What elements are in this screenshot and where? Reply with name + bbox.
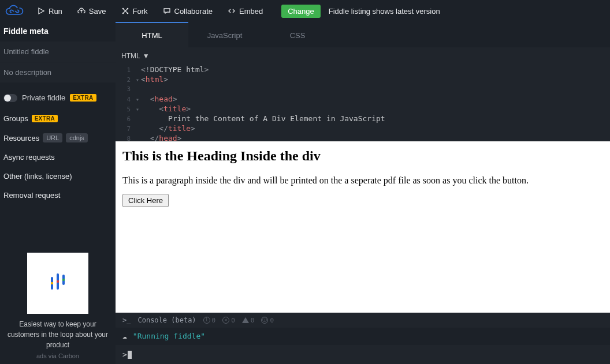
code-editor[interactable]: 1<!DOCTYPE html>2▾<html>34▾ <head>5▾ <ti… xyxy=(116,65,610,141)
change-button[interactable]: Change xyxy=(281,5,321,18)
collaborate-label: Collaborate xyxy=(174,7,213,16)
fold-arrow[interactable]: ▾ xyxy=(134,104,141,114)
embed-label: Embed xyxy=(239,7,263,16)
line-number: 3 xyxy=(120,84,134,94)
code-text: </head> xyxy=(141,133,181,141)
code-text: <html> xyxy=(141,74,168,84)
removal-label: Removal request xyxy=(3,191,60,200)
cloud-icon: ☁ xyxy=(122,332,127,340)
code-line[interactable]: 3 xyxy=(116,84,610,94)
line-number: 5 xyxy=(120,104,134,114)
code-icon xyxy=(228,7,236,15)
extra-badge: EXTRA xyxy=(70,94,96,102)
line-number: 1 xyxy=(120,65,134,75)
cloud-up-icon xyxy=(77,7,85,15)
debug-count: ⓘ0 xyxy=(261,317,274,324)
tabs-bar: HTML JavaScript CSS xyxy=(116,22,610,47)
code-line[interactable]: 8 </head> xyxy=(116,133,610,141)
preview-heading: This is the Heading Inside the div xyxy=(122,148,603,164)
save-button[interactable]: Save xyxy=(72,5,112,18)
svg-point-2 xyxy=(122,13,124,14)
cursor xyxy=(128,351,132,359)
svg-point-7 xyxy=(51,282,53,284)
error-count: ✕0 xyxy=(222,317,235,324)
svg-point-3 xyxy=(127,13,128,14)
groups-row[interactable]: Groups EXTRA xyxy=(0,109,116,128)
code-line[interactable]: 5▾ <title> xyxy=(116,104,610,114)
tab-html[interactable]: HTML xyxy=(116,22,188,47)
svg-point-9 xyxy=(62,279,65,281)
line-number: 8 xyxy=(120,134,134,141)
chevron-down-icon: ▼ xyxy=(143,52,150,60)
warn-count: 0 xyxy=(242,317,255,324)
other-row[interactable]: Other (links, license) xyxy=(0,167,116,186)
line-number: 2 xyxy=(120,75,134,85)
fiddle-title-input[interactable]: Untitled fiddle xyxy=(0,42,116,62)
code-text: <title> xyxy=(141,104,191,114)
fork-icon xyxy=(121,7,129,15)
console-header[interactable]: >_ Console (beta) i0 ✕0 0 ⓘ0 xyxy=(116,313,610,328)
play-icon xyxy=(37,7,45,15)
code-line[interactable]: 4▾ <head> xyxy=(116,94,610,104)
cdnjs-badge: cdnjs xyxy=(66,133,88,142)
removal-row[interactable]: Removal request xyxy=(0,186,116,205)
sidebar-title: Fiddle meta xyxy=(0,22,116,42)
other-label: Other (links, license) xyxy=(3,172,72,181)
language-selector[interactable]: HTML ▼ xyxy=(116,47,610,65)
running-text: "Running fiddle" xyxy=(133,332,205,340)
preview-paragraph: This is a paragraph inside the div and w… xyxy=(122,175,603,186)
private-label: Private fiddle xyxy=(22,93,65,102)
run-button[interactable]: Run xyxy=(31,5,68,18)
ad-text: Easiest way to keep your customers in th… xyxy=(5,319,111,350)
embed-button[interactable]: Embed xyxy=(222,5,269,18)
code-line[interactable]: 7 </title> xyxy=(116,123,610,133)
console-panel: >_ Console (beta) i0 ✕0 0 ⓘ0 ☁ "Running … xyxy=(116,313,610,364)
line-number: 7 xyxy=(120,124,134,134)
fork-label: Fork xyxy=(133,7,148,16)
tab-css[interactable]: CSS xyxy=(261,22,334,47)
fold-arrow[interactable]: ▾ xyxy=(134,75,141,85)
console-output-line: ☁ "Running fiddle" xyxy=(116,328,610,345)
change-label: Change xyxy=(288,7,314,16)
line-number: 6 xyxy=(120,114,134,124)
click-here-button[interactable]: Click Here xyxy=(122,194,169,207)
fold-arrow[interactable]: ▾ xyxy=(134,95,141,104)
prompt-symbol: > xyxy=(122,350,127,359)
async-label: Async requests xyxy=(3,153,55,162)
run-label: Run xyxy=(49,7,62,16)
collaborate-button[interactable]: Collaborate xyxy=(157,5,219,18)
extra-badge: EXTRA xyxy=(32,115,58,122)
async-row[interactable]: Async requests xyxy=(0,148,116,167)
jsfiddle-logo[interactable] xyxy=(5,4,24,18)
code-line[interactable]: 1<!DOCTYPE html> xyxy=(116,65,610,74)
line-number: 4 xyxy=(120,95,134,104)
save-label: Save xyxy=(89,7,106,16)
resources-row[interactable]: Resources URL cdnjs xyxy=(0,128,116,148)
code-text: </title> xyxy=(141,123,195,133)
private-toggle[interactable] xyxy=(3,94,17,102)
sidebar: Fiddle meta Untitled fiddle No descripti… xyxy=(0,22,116,364)
code-text: <head> xyxy=(141,94,177,104)
resources-label: Resources xyxy=(3,134,39,142)
code-text: <!DOCTYPE html> xyxy=(141,65,209,74)
fiddle-description-input[interactable]: No description xyxy=(0,62,116,82)
tab-javascript[interactable]: JavaScript xyxy=(188,22,261,47)
code-line[interactable]: 2▾<html> xyxy=(116,74,610,84)
groups-label: Groups xyxy=(3,114,28,123)
ad-via: ads via Carbon xyxy=(5,352,111,359)
console-label: Console (beta) xyxy=(137,316,196,324)
prompt-icon: >_ xyxy=(122,316,131,324)
console-input[interactable]: > xyxy=(116,345,610,364)
code-line[interactable]: 6 Print the Content of A Div Element in … xyxy=(116,114,610,123)
code-text: Print the Content of A Div Element in Ja… xyxy=(141,114,385,123)
chat-icon xyxy=(163,7,171,15)
private-fiddle-row: Private fiddle EXTRA xyxy=(0,83,116,109)
svg-point-1 xyxy=(127,8,128,10)
output-preview: This is the Heading Inside the div This … xyxy=(116,141,610,313)
listing-text: Fiddle listing shows latest version xyxy=(329,7,440,16)
fork-button[interactable]: Fork xyxy=(116,5,154,18)
url-badge: URL xyxy=(43,133,62,142)
carbon-ad[interactable]: Easiest way to keep your customers in th… xyxy=(0,248,116,364)
svg-point-8 xyxy=(57,280,59,283)
editor-area: HTML JavaScript CSS HTML ▼ 1<!DOCTYPE ht… xyxy=(116,22,610,364)
